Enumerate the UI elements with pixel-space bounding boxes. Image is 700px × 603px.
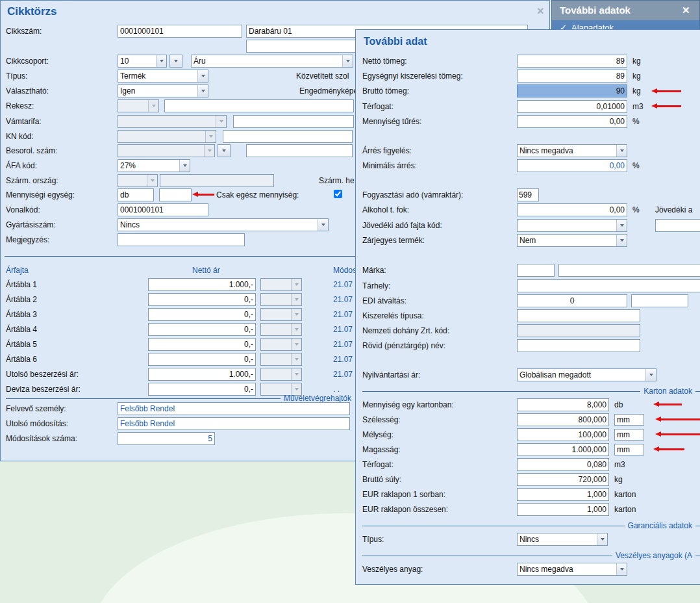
chevron-down-icon[interactable]	[291, 324, 301, 335]
chevron-down-icon[interactable]	[597, 533, 607, 545]
price-input[interactable]	[148, 353, 256, 366]
price-input[interactable]	[148, 323, 256, 336]
close-icon[interactable]: ×	[537, 5, 544, 18]
arres-figyeles-combo[interactable]: Nincs megadva	[517, 144, 627, 157]
price-input[interactable]	[148, 308, 256, 321]
cikkcsoport-name-combo[interactable]: Áru	[191, 55, 353, 68]
edi-atvaltas-input2[interactable]	[631, 294, 688, 307]
chevron-down-icon[interactable]	[291, 339, 301, 350]
chevron-down-icon[interactable]	[616, 145, 627, 157]
kiszereles-tipusa-input[interactable]	[517, 309, 640, 322]
alkohol-fok-input[interactable]	[517, 203, 627, 216]
chevron-down-icon[interactable]	[291, 294, 301, 305]
chevron-down-icon[interactable]	[179, 160, 190, 172]
fogyasztasi-ado-input[interactable]	[517, 188, 539, 201]
mennyisegi-egyseg-input[interactable]	[118, 188, 154, 201]
price-input[interactable]	[148, 368, 256, 381]
chevron-down-icon[interactable]	[645, 369, 656, 381]
chevron-down-icon[interactable]	[616, 563, 627, 575]
tarhely-input[interactable]	[517, 279, 700, 292]
minimalis-arres-input[interactable]	[517, 159, 627, 172]
vamtarifa-combo[interactable]	[118, 115, 227, 128]
tipus-combo[interactable]: Termék	[118, 70, 208, 83]
magassag-input[interactable]	[517, 443, 609, 456]
chevron-down-icon[interactable]	[318, 219, 328, 231]
melyseg-unit-box: mm	[614, 429, 644, 441]
price-currency-combo[interactable]	[260, 338, 302, 351]
price-input[interactable]	[148, 278, 256, 291]
valaszthato-combo[interactable]: Igen	[118, 84, 208, 97]
garancia-tipus-combo[interactable]: Nincs	[517, 533, 608, 546]
cikkszam-input[interactable]	[118, 25, 242, 38]
utolso-modositas-input[interactable]	[118, 417, 350, 430]
price-input[interactable]	[148, 338, 256, 351]
price-currency-combo[interactable]	[260, 308, 302, 321]
zarjegyes-combo[interactable]: Nem	[517, 234, 627, 247]
netto-tomeg-input[interactable]	[517, 55, 627, 68]
mennyisegi-egyseg-input2[interactable]	[159, 188, 192, 201]
brutto-suly-input[interactable]	[517, 473, 609, 486]
nyilvantartasi-ar-combo[interactable]: Globálisan megadott	[517, 368, 656, 381]
cikkcsoport-code-combo[interactable]: 10	[118, 55, 167, 68]
chevron-down-icon[interactable]	[148, 100, 158, 112]
chevron-down-icon[interactable]	[342, 55, 353, 67]
karton-terfogat-input[interactable]	[517, 458, 609, 471]
price-currency-combo[interactable]	[260, 323, 302, 336]
kn-kod-combo[interactable]	[118, 130, 216, 143]
edi-atvaltas-input[interactable]	[517, 294, 627, 307]
chevron-down-icon[interactable]	[616, 220, 627, 231]
egysegnyi-tomeg-input[interactable]	[517, 70, 627, 83]
price-currency-combo[interactable]	[260, 368, 302, 381]
chevron-down-icon[interactable]	[197, 70, 208, 82]
brutto-tomeg-input[interactable]	[517, 84, 627, 97]
close-icon[interactable]: ✕	[682, 5, 690, 16]
vonalkod-input[interactable]	[118, 203, 208, 216]
szarm-orszag-input[interactable]	[160, 174, 274, 187]
modositasok-szama-input[interactable]	[118, 432, 215, 445]
rovid-nev-input[interactable]	[517, 339, 640, 352]
karton-mennyiseg-input[interactable]	[517, 398, 609, 411]
price-currency-combo[interactable]	[260, 353, 302, 366]
jovedeki-kod-combo[interactable]	[517, 219, 627, 232]
rekesz-input[interactable]	[164, 99, 354, 112]
price-currency-combo[interactable]	[260, 278, 302, 291]
chevron-down-icon[interactable]	[291, 309, 301, 320]
jovedeki-kod-input2[interactable]	[655, 219, 700, 232]
chevron-down-icon[interactable]	[291, 368, 301, 380]
chevron-down-icon[interactable]	[204, 145, 214, 157]
marka-input2[interactable]	[558, 264, 700, 277]
eur-osszesen-input[interactable]	[517, 503, 609, 516]
mennyiseg-tures-input[interactable]	[517, 115, 627, 128]
cikkcsoport-browse-button[interactable]	[169, 55, 182, 68]
chevron-down-icon[interactable]	[147, 175, 157, 186]
price-currency-combo[interactable]	[260, 293, 302, 306]
rekesz-combo[interactable]	[118, 99, 159, 112]
chevron-down-icon[interactable]	[291, 279, 301, 290]
megjegyzes-input[interactable]	[118, 233, 245, 246]
combo-value: 27%	[118, 161, 179, 170]
whole-quantity-checkbox[interactable]	[334, 190, 342, 198]
dohany-kod-input[interactable]	[517, 324, 640, 337]
chevron-down-icon[interactable]	[205, 131, 216, 142]
chevron-down-icon[interactable]	[291, 353, 301, 365]
kn-kod-input[interactable]	[223, 130, 353, 143]
gyartasiszam-combo[interactable]: Nincs	[118, 218, 329, 231]
veszelyes-anyag-combo[interactable]: Nincs megadva	[517, 563, 627, 576]
chevron-down-icon[interactable]	[197, 85, 208, 97]
marka-input[interactable]	[517, 264, 555, 277]
felvevo-input[interactable]	[118, 402, 350, 415]
szelesseg-input[interactable]	[517, 413, 609, 426]
vamtarifa-input[interactable]	[233, 115, 354, 128]
melyseg-input[interactable]	[517, 428, 609, 441]
szarm-orszag-combo[interactable]	[118, 174, 158, 187]
besorol-szam-browse-button[interactable]	[218, 144, 231, 157]
afa-kod-combo[interactable]: 27%	[118, 159, 190, 172]
chevron-down-icon[interactable]	[216, 116, 226, 127]
terfogat-input[interactable]	[517, 100, 627, 113]
besorol-szam-combo[interactable]	[118, 144, 215, 157]
price-input[interactable]	[148, 293, 256, 306]
chevron-down-icon[interactable]	[156, 55, 166, 67]
eur-sorban-input[interactable]	[517, 488, 609, 501]
besorol-szam-input[interactable]	[246, 144, 353, 157]
chevron-down-icon[interactable]	[616, 235, 627, 246]
